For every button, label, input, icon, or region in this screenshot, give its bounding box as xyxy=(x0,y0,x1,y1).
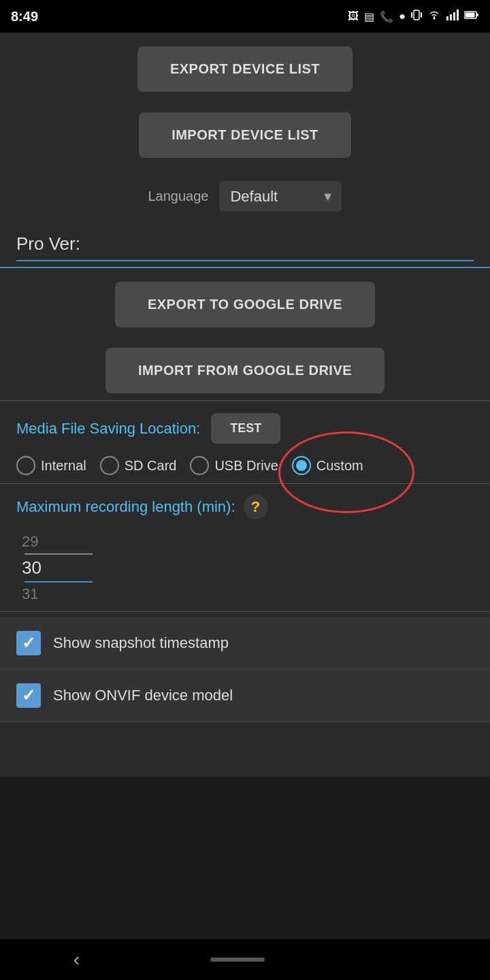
language-select[interactable]: Default English Chinese Spanish French xyxy=(219,181,342,212)
radio-internal[interactable]: Internal xyxy=(16,456,86,475)
radio-usb[interactable]: USB Drive xyxy=(190,456,278,475)
custom-annotation: Custom xyxy=(292,456,363,475)
checkbox-label-snapshot: Show snapshot timestamp xyxy=(53,634,229,652)
media-location-section: Media File Saving Location: TEST Interna… xyxy=(0,401,490,483)
slider-row-30: 30 xyxy=(22,555,468,581)
checkbox-box-onvif: ✓ xyxy=(16,683,41,708)
import-device-list-row: IMPORT DEVICE LIST xyxy=(0,99,490,165)
status-bar: 8:49 🖼 ▤ 📞 ● xyxy=(0,0,490,33)
max-recording-header: Maximum recording length (min): ? xyxy=(16,495,474,519)
radio-label-sdcard: SD Card xyxy=(125,458,177,474)
svg-rect-9 xyxy=(476,14,478,16)
radio-inner-custom xyxy=(296,460,307,471)
svg-rect-10 xyxy=(466,13,475,18)
export-google-drive-row: EXPORT TO GOOGLE DRIVE xyxy=(0,268,490,334)
wifi-icon xyxy=(427,10,441,23)
radio-circle-custom xyxy=(292,456,311,475)
status-time: 8:49 xyxy=(11,9,38,24)
home-indicator[interactable] xyxy=(210,958,265,962)
import-device-list-button[interactable]: IMPORT DEVICE LIST xyxy=(139,112,351,158)
back-button[interactable]: ‹ xyxy=(57,943,96,976)
radio-sdcard[interactable]: SD Card xyxy=(100,456,177,475)
language-row: Language Default English Chinese Spanish… xyxy=(0,165,490,223)
language-select-wrapper[interactable]: Default English Chinese Spanish French ▼ xyxy=(219,181,342,212)
pro-ver-underline xyxy=(16,260,474,261)
test-button[interactable]: TEST xyxy=(211,413,280,444)
export-google-drive-button[interactable]: EXPORT TO GOOGLE DRIVE xyxy=(115,282,375,327)
media-location-label: Media File Saving Location: xyxy=(16,420,200,438)
svg-rect-6 xyxy=(453,12,455,20)
max-recording-section: Maximum recording length (min): ? xyxy=(0,484,490,525)
signal-icon xyxy=(446,10,459,23)
slider-row-29: 29 xyxy=(22,530,468,553)
checkmark-onvif: ✓ xyxy=(22,686,35,705)
checkbox-label-onvif: Show ONVIF device model xyxy=(53,687,233,704)
svg-rect-0 xyxy=(414,10,419,20)
slider-row-31: 31 xyxy=(22,583,468,606)
language-label: Language xyxy=(148,189,209,204)
pro-ver-label: Pro Ver: xyxy=(16,233,80,254)
message-icon: ▤ xyxy=(364,10,374,23)
svg-rect-7 xyxy=(457,10,459,20)
slider-section: 29 30 31 xyxy=(0,525,490,611)
media-location-header: Media File Saving Location: TEST xyxy=(16,413,474,444)
radio-circle-internal xyxy=(16,456,35,475)
checkmark-snapshot: ✓ xyxy=(22,634,35,653)
section-divider-3 xyxy=(0,611,490,612)
radio-label-usb: USB Drive xyxy=(214,458,278,474)
checkbox-onvif-model[interactable]: ✓ Show ONVIF device model xyxy=(0,670,490,722)
missed-call-icon: 📞 xyxy=(380,10,393,23)
slider-value-29: 29 xyxy=(22,533,56,551)
checkbox-section: ✓ Show snapshot timestamp ✓ Show ONVIF d… xyxy=(0,617,490,722)
slider-value-31: 31 xyxy=(22,585,56,603)
dot-indicator: ● xyxy=(399,10,406,22)
import-google-drive-button[interactable]: IMPORT FROM GOOGLE DRIVE xyxy=(105,348,385,393)
svg-rect-1 xyxy=(411,12,412,18)
radio-options-row: Internal SD Card USB Drive Custom xyxy=(16,456,474,475)
main-content: EXPORT DEVICE LIST IMPORT DEVICE LIST La… xyxy=(0,33,490,777)
status-icons: 🖼 ▤ 📞 ● xyxy=(348,9,479,24)
radio-custom[interactable]: Custom xyxy=(292,456,363,475)
svg-rect-5 xyxy=(450,14,452,20)
vibrate-icon xyxy=(411,9,422,24)
import-google-drive-row: IMPORT FROM GOOGLE DRIVE xyxy=(0,334,490,400)
export-device-list-button[interactable]: EXPORT DEVICE LIST xyxy=(137,46,353,92)
help-button[interactable]: ? xyxy=(244,495,268,519)
bottom-spacer xyxy=(0,722,490,777)
radio-label-internal: Internal xyxy=(41,458,86,474)
bottom-nav: ‹ xyxy=(0,939,490,980)
svg-point-3 xyxy=(434,18,436,20)
pro-ver-section: Pro Ver: xyxy=(0,223,490,268)
slider-value-30: 30 xyxy=(22,557,56,578)
max-recording-label: Maximum recording length (min): xyxy=(16,498,235,516)
export-device-list-row: EXPORT DEVICE LIST xyxy=(0,33,490,99)
battery-icon xyxy=(464,10,479,22)
svg-rect-2 xyxy=(421,12,422,18)
checkbox-snapshot-timestamp[interactable]: ✓ Show snapshot timestamp xyxy=(0,617,490,670)
radio-circle-sdcard xyxy=(100,456,119,475)
checkbox-box-snapshot: ✓ xyxy=(16,631,41,655)
radio-label-custom: Custom xyxy=(316,458,363,474)
photo-icon: 🖼 xyxy=(348,10,359,22)
radio-circle-usb xyxy=(190,456,209,475)
svg-rect-4 xyxy=(446,16,448,20)
